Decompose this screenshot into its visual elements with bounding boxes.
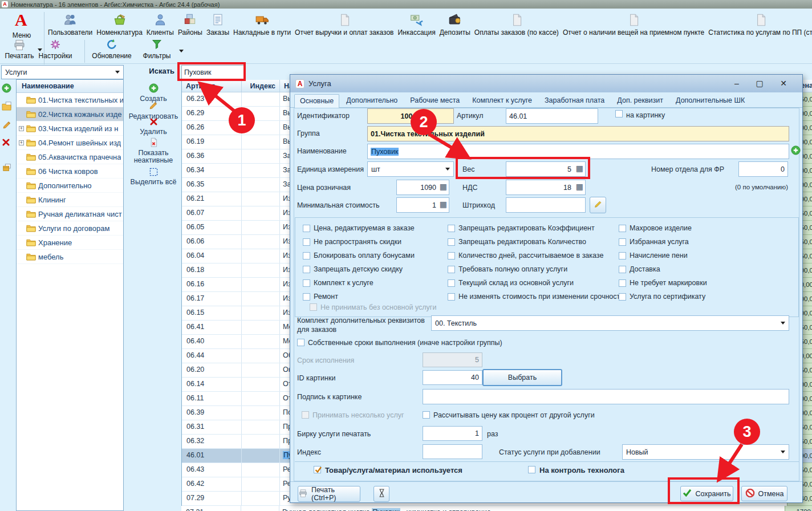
toolbar-button[interactable]: Статистика по услугам по ПП (ст [708, 11, 812, 36]
dialog-tab[interactable]: Основные [294, 94, 339, 108]
toolbar-button[interactable]: Инкассация [397, 11, 435, 36]
dialog-tab[interactable]: Доп. реквизит [611, 94, 669, 107]
category-filter-select[interactable]: Услуги [1, 65, 124, 79]
delete-group-icon[interactable] [2, 138, 12, 148]
calculator-icon[interactable]: ▦ [576, 182, 583, 190]
dialog-tab[interactable]: Рабочие места [404, 94, 465, 107]
tree-item[interactable]: 05.Аквачистка прачечна [17, 150, 123, 164]
checkbox[interactable] [448, 225, 455, 232]
toolbar-button[interactable]: Заказы [206, 11, 229, 36]
option-checkbox-row[interactable]: Не изменять стоимость при изменении сроч… [448, 290, 624, 303]
edit-group-icon[interactable] [2, 120, 12, 130]
checkbox[interactable] [303, 293, 310, 301]
checkbox[interactable] [448, 266, 455, 273]
select-all-button[interactable]: Выделить всё [127, 168, 180, 186]
article-field[interactable]: 46.01 [506, 108, 598, 124]
column-article[interactable]: Артикул [182, 80, 242, 92]
requisites-select[interactable]: 00. Текстиль [431, 315, 789, 331]
toolbar-button[interactable]: Районы [178, 11, 202, 36]
tag-print-field[interactable]: 1 [423, 426, 482, 441]
dialog-tab[interactable]: Комплект к услуге [466, 94, 538, 107]
add-name-icon[interactable] [791, 145, 801, 157]
percent-price-checkbox[interactable] [423, 411, 430, 419]
option-checkbox-row[interactable]: Количество дней, рассчитываемое в заказе [448, 249, 624, 262]
checkbox[interactable] [619, 266, 626, 273]
print-toolbar-button[interactable]: Печатать [2, 38, 36, 60]
option-checkbox-row[interactable]: Не распространять скидки [303, 235, 415, 249]
dialog-tab[interactable]: Дополнительные ШК [670, 94, 750, 107]
barcode-scan-button[interactable] [590, 197, 606, 213]
settings-toolbar-button[interactable]: Настройки [35, 38, 75, 60]
on-picture-checkbox[interactable] [615, 110, 623, 117]
option-checkbox-row[interactable]: Не требует маркировки [619, 276, 707, 290]
checkbox[interactable] [619, 225, 626, 232]
barcode-field[interactable] [506, 197, 586, 213]
option-checkbox-row[interactable]: Требовать полную оплату услуги [448, 262, 624, 276]
checkbox[interactable] [303, 252, 310, 259]
status-select[interactable]: Новый [622, 444, 789, 460]
checkbox[interactable] [303, 266, 310, 273]
minimize-button[interactable]: – [730, 78, 743, 89]
caption-field[interactable] [423, 389, 789, 404]
table-row-partial[interactable]: 07.31 Ручная деликатная чистка Пуховик -… [181, 506, 812, 511]
dialog-tab[interactable]: Заработная плата [539, 94, 610, 107]
calculator-icon[interactable]: ▦ [440, 182, 447, 190]
checkbox[interactable] [303, 225, 310, 232]
checkbox[interactable] [448, 279, 455, 287]
layers-icon[interactable] [2, 163, 12, 173]
tree-item[interactable]: Дополнительно [17, 179, 123, 193]
option-checkbox-row[interactable]: Текущий склад из основной услуги [448, 276, 624, 290]
tree-item[interactable]: 04.Ремонт швейных изд [17, 136, 123, 150]
own-terms-checkbox[interactable] [297, 339, 304, 346]
refresh-toolbar-button[interactable]: Обновление [88, 38, 135, 60]
tree-item[interactable]: мебель [17, 250, 123, 264]
used-checkbox[interactable] [314, 466, 321, 473]
tree-item[interactable]: 03.Чистка изделий из н [17, 121, 123, 136]
toolbar-button[interactable]: Отчет о наличии вещей на приемном пункте [563, 11, 704, 36]
unit-select[interactable]: шт [367, 161, 454, 177]
toolbar-button[interactable]: Накладные в пути [233, 11, 291, 36]
choose-image-button[interactable]: Выбрать [482, 369, 562, 386]
checkbox[interactable] [303, 238, 310, 246]
checkbox[interactable] [619, 252, 626, 259]
image-id-field[interactable]: 40 [423, 370, 482, 385]
tree-item[interactable]: Клининг [17, 193, 123, 207]
delete-button[interactable]: Удалить [127, 117, 180, 136]
maximize-button[interactable]: ▢ [753, 78, 766, 89]
checkbox[interactable] [303, 279, 310, 287]
checkbox[interactable] [619, 279, 626, 287]
dialog-tab[interactable]: Дополнительно [340, 94, 403, 107]
calculator-icon[interactable]: ▦ [440, 200, 447, 208]
add-group-icon[interactable] [2, 83, 12, 94]
expand-icon[interactable] [19, 126, 24, 131]
retail-price-field[interactable]: 1090▦ [396, 180, 449, 195]
expand-icon[interactable] [19, 140, 24, 145]
option-checkbox-row[interactable]: Запрещать редактировать Коэффициент [448, 221, 624, 235]
checkbox[interactable] [448, 238, 455, 246]
copy-group-icon[interactable] [2, 102, 12, 112]
option-checkbox-row[interactable]: Запрещать редактировать Количество [448, 235, 624, 249]
close-button[interactable]: ✕ [777, 78, 790, 89]
column-index[interactable]: Индекс [242, 80, 280, 92]
dialog-titlebar[interactable]: A Услуга [290, 75, 802, 92]
option-checkbox-row[interactable]: Начисление пени [619, 249, 707, 262]
tree-item[interactable]: 06 Чистка ковров [17, 164, 123, 179]
filters-dropdown-caret[interactable] [179, 50, 184, 52]
tree-item[interactable]: 01.Чистка текстильных и [17, 93, 123, 107]
tree-item[interactable]: Ручная деликатная чист [17, 207, 123, 221]
option-checkbox-row[interactable]: Цена, редактируемая в заказе [303, 221, 415, 235]
option-checkbox-row[interactable]: Услуга по сертификату [619, 290, 707, 303]
filters-toolbar-button[interactable]: Фильтры [139, 38, 175, 60]
option-checkbox-row[interactable]: Комплект к услуге [303, 276, 415, 290]
index-field[interactable] [423, 444, 482, 459]
option-checkbox-row[interactable]: Доставка [619, 262, 707, 276]
fr-dept-field[interactable]: 0 [738, 161, 788, 177]
option-checkbox-row[interactable]: Ремонт [303, 290, 415, 303]
tree-item[interactable]: Услуги по договорам [17, 221, 123, 236]
create-button[interactable]: Создать [127, 83, 180, 103]
toolbar-button[interactable]: Отчет выручки и оплат заказов [295, 11, 393, 36]
tree-item[interactable]: 02.Чистка кожаных изде [17, 107, 123, 121]
vat-field[interactable]: 18▦ [506, 180, 586, 195]
hourglass-button[interactable] [373, 486, 389, 502]
toolbar-button[interactable]: Пользователи [48, 11, 92, 36]
